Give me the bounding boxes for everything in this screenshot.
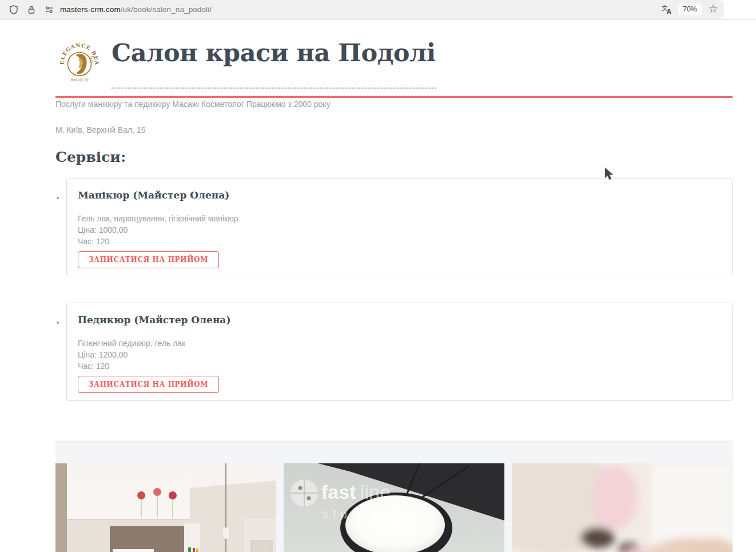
page-title: Салон краси на Подолі [112,40,436,89]
service-price: Ціна: 1000,00 [78,224,721,236]
watermark-text-bold: fast [321,481,356,503]
url-path: /uk/book/salon_na_podoli/ [121,5,212,14]
zoom-level-badge[interactable]: 70% [678,3,702,15]
watermark-text-sub: studio [323,507,380,521]
address-bar[interactable]: masters-crm.com/uk/book/salon_na_podoli/… [0,0,724,19]
watermark-text-light: line [360,481,391,503]
salon-logo: ELEGANCE BEAUTY Beauty by [57,39,102,85]
svg-text:A: A [667,9,671,15]
url-domain: masters-crm.com [60,5,121,14]
page-content: ELEGANCE BEAUTY Beauty by Салон краси на… [55,19,733,552]
page-header: ELEGANCE BEAUTY Beauty by Салон краси на… [55,19,733,89]
list-item: Педикюр (Майстер Олена) Гігієнічний педи… [66,303,733,401]
accent-divider [55,96,733,98]
bullet-dot [57,321,59,324]
lock-icon[interactable] [25,3,38,16]
service-card-manicure: Манікюр (Майстер Олена) Гель лак, нарощу… [66,178,733,276]
book-appointment-button[interactable]: ЗАПИСАТИСЯ НА ПРИЙОМ [78,251,219,268]
service-card-pedicure: Педикюр (Майстер Олена) Гігієнічний педи… [66,303,733,401]
service-description: Гігієнічний педикюр, гель лак [78,337,721,349]
logo-script-text: Beauty by [70,77,89,82]
book-appointment-button[interactable]: ЗАПИСАТИСЯ НА ПРИЙОМ [78,376,219,393]
gallery-band: fast line studio [55,440,733,552]
bookmark-star-icon[interactable]: ☆ [707,3,719,16]
service-duration: Час: 120 [78,360,721,372]
service-duration: Час: 120 [78,236,721,247]
services-heading: Сервіси: [55,149,733,165]
permissions-icon[interactable] [43,3,55,16]
photo-gallery: fast line studio [55,463,733,552]
url-display[interactable]: masters-crm.com/uk/book/salon_na_podoli/ [60,5,212,14]
gallery-photo-manicure[interactable] [512,463,733,552]
salon-subtitle: Послуги манікюру та педикюру Масажі Косм… [55,100,733,109]
gallery-photo-interior[interactable] [55,463,276,552]
tracking-shield-icon[interactable] [7,3,20,16]
service-price: Ціна: 1200,00 [78,349,721,360]
services-list: Манікюр (Майстер Олена) Гель лак, нарощу… [55,178,733,401]
translate-icon[interactable]: 文 A [660,3,673,16]
list-item: Манікюр (Майстер Олена) Гель лак, нарощу… [66,178,733,276]
browser-toolbar: masters-crm.com/uk/book/salon_na_podoli/… [0,0,756,19]
service-name: Педикюр (Майстер Олена) [78,315,721,325]
service-description: Гель лак, нарощування, гігієнічний манік… [78,213,721,224]
bullet-dot [57,197,59,199]
salon-address: М. Київ, Верхній Вал, 15 [55,126,733,134]
gallery-photo-lamp[interactable]: fast line studio [284,463,504,552]
service-name: Манікюр (Майстер Олена) [78,190,721,201]
